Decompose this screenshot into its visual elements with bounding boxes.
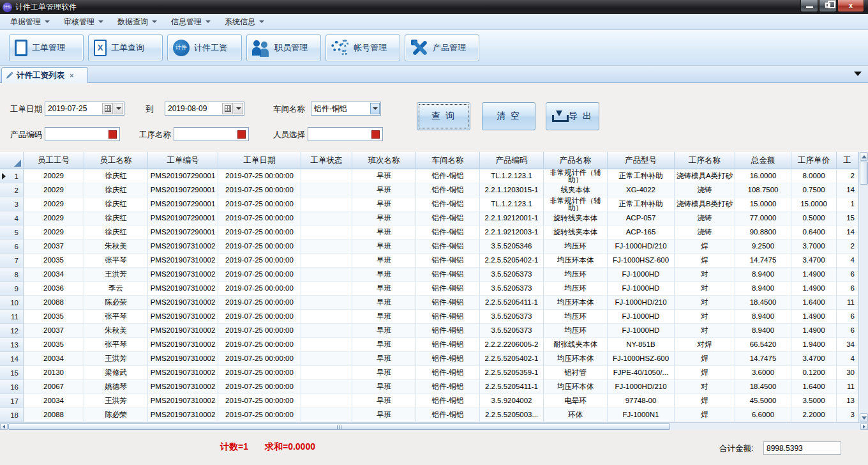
table-cell[interactable]: 焊	[675, 352, 735, 366]
row-number-cell[interactable]: 1	[0, 169, 24, 183]
row-number-cell[interactable]: 14	[0, 352, 24, 366]
table-cell[interactable]: 2	[837, 240, 858, 254]
table-cell[interactable]: 早班	[352, 268, 416, 282]
table-cell[interactable]: FJ-1000HD	[608, 282, 675, 296]
table-cell[interactable]: 季云	[84, 282, 148, 296]
column-header[interactable]: 工单状态	[301, 152, 352, 169]
table-cell[interactable]: 1	[837, 197, 858, 211]
table-cell[interactable]: 3.6000	[735, 366, 791, 380]
column-header[interactable]: 工	[837, 152, 858, 169]
menu-item-info[interactable]: 信息管理	[166, 15, 216, 29]
table-cell[interactable]: 早班	[352, 394, 416, 408]
table-cell[interactable]: 11	[837, 380, 858, 394]
table-cell[interactable]: 20037	[24, 240, 84, 254]
table-cell[interactable]: 3	[837, 408, 858, 422]
order-date-to-field[interactable]: 2019-08-09	[165, 102, 244, 116]
table-cell[interactable]: 108.7500	[735, 183, 791, 197]
row-number-cell[interactable]: 5	[0, 225, 24, 240]
table-cell[interactable]: 2019-07-25 00:00:00	[218, 225, 301, 240]
table-cell[interactable]: 铝件-铜铝	[416, 408, 480, 422]
table-cell[interactable]: 20088	[24, 408, 84, 422]
row-number-cell[interactable]: 9	[0, 282, 24, 296]
tab-list-dropdown-icon[interactable]	[854, 72, 862, 76]
table-cell[interactable]: 3.4700	[791, 352, 837, 366]
table-cell[interactable]: 朱秋美	[84, 240, 148, 254]
table-cell[interactable]: 早班	[352, 211, 416, 225]
table-cell[interactable]: 陈必荣	[84, 408, 148, 422]
table-cell[interactable]: 6.6000	[735, 408, 791, 422]
workshop-combobox[interactable]: 铝件-铜铝	[311, 102, 381, 116]
table-cell[interactable]: 34	[837, 338, 858, 352]
table-cell[interactable]: PMS201907310002	[148, 240, 218, 254]
table-cell[interactable]: 浇铸	[675, 225, 735, 240]
piecework-wage-button[interactable]: 计件 计件工资	[167, 34, 242, 61]
table-cell[interactable]: 20029	[24, 225, 84, 240]
table-cell[interactable]: 1.4900	[791, 268, 837, 282]
table-cell[interactable]: 16.0000	[735, 169, 791, 183]
table-cell[interactable]: 对	[675, 310, 735, 324]
table-cell[interactable]: 20029	[24, 211, 84, 225]
table-cell[interactable]: 20035	[24, 310, 84, 324]
table-cell[interactable]: 0.6400	[791, 225, 837, 240]
table-cell[interactable]: 3.7000	[791, 240, 837, 254]
table-cell[interactable]: 2019-07-25 00:00:00	[218, 394, 301, 408]
table-cell[interactable]: 徐庆红	[84, 211, 148, 225]
table-cell[interactable]: 梁修武	[84, 366, 148, 380]
table-cell[interactable]: 均压环本体	[544, 254, 608, 268]
table-cell[interactable]: 2019-07-25 00:00:00	[218, 408, 301, 422]
table-cell[interactable]: 0.7500	[791, 183, 837, 197]
table-cell[interactable]: 铝件-铜铝	[416, 352, 480, 366]
table-cell[interactable]: 均压环	[544, 268, 608, 282]
staff-manage-button[interactable]: 职员管理	[246, 34, 321, 61]
table-cell[interactable]	[301, 197, 352, 211]
table-cell[interactable]: 王洪芳	[84, 394, 148, 408]
table-cell[interactable]: PMS201907310002	[148, 366, 218, 380]
menu-item-data-query[interactable]: 数据查询	[112, 15, 162, 29]
tab-close-icon[interactable]: ×	[70, 72, 73, 79]
table-cell[interactable]: 20035	[24, 254, 84, 268]
table-cell[interactable]: 焊	[675, 254, 735, 268]
table-cell[interactable]: 8.9400	[735, 268, 791, 282]
table-cell[interactable]: PMS201907290001	[148, 197, 218, 211]
table-cell[interactable]: 14.7475	[735, 352, 791, 366]
table-cell[interactable]: 2.2000	[791, 408, 837, 422]
table-cell[interactable]: 14	[837, 225, 858, 240]
table-cell[interactable]: 铝件-铜铝	[416, 211, 480, 225]
table-cell[interactable]: 14	[837, 183, 858, 197]
column-header[interactable]: 工序名称	[675, 152, 735, 169]
table-cell[interactable]: FJ-1000HD/210	[608, 240, 675, 254]
table-row[interactable]: 820034王洪芳PMS2019073100022019-07-25 00:00…	[0, 268, 868, 282]
row-number-cell[interactable]: 12	[0, 324, 24, 338]
table-cell[interactable]: 王洪芳	[84, 268, 148, 282]
table-cell[interactable]: 18.4500	[735, 296, 791, 310]
account-manage-button[interactable]: 帐号管理	[326, 34, 400, 61]
table-cell[interactable]: 张平琴	[84, 310, 148, 324]
table-cell[interactable]: 铝件-铜铝	[416, 324, 480, 338]
table-cell[interactable]: 王洪芳	[84, 352, 148, 366]
table-cell[interactable]: 早班	[352, 296, 416, 310]
person-select-field[interactable]	[308, 127, 383, 141]
table-cell[interactable]: 均压环本体	[544, 352, 608, 366]
table-row[interactable]: 420029徐庆红PMS2019072900012019-07-25 00:00…	[0, 211, 868, 225]
row-number-cell[interactable]: 15	[0, 366, 24, 380]
table-row[interactable]: 1120035张平琴PMS2019073100022019-07-25 00:0…	[0, 310, 868, 324]
table-cell[interactable]: 20035	[24, 338, 84, 352]
table-cell[interactable]: 2019-07-25 00:00:00	[218, 240, 301, 254]
table-cell[interactable]	[301, 254, 352, 268]
product-manage-button[interactable]: 产品管理	[405, 34, 479, 61]
table-cell[interactable]: 铝件-铜铝	[416, 225, 480, 240]
table-cell[interactable]	[301, 183, 352, 197]
order-date-from-field[interactable]: 2019-07-25	[45, 102, 124, 116]
table-cell[interactable]: 铝衬管	[544, 366, 608, 380]
table-cell[interactable]	[301, 296, 352, 310]
table-row[interactable]: 220029徐庆红PMS2019072900012019-07-25 00:00…	[0, 183, 868, 197]
table-cell[interactable]: 18.4500	[735, 380, 791, 394]
table-cell[interactable]: 8.9400	[735, 282, 791, 296]
table-cell[interactable]: 焊	[675, 240, 735, 254]
work-order-manage-button[interactable]: 工单管理	[9, 34, 84, 61]
table-row[interactable]: 1420034王洪芳PMS2019073100022019-07-25 00:0…	[0, 352, 868, 366]
table-cell[interactable]: 3.5.9204002	[480, 394, 544, 408]
table-row[interactable]: 1820088陈必荣PMS2019073100022019-07-25 00:0…	[0, 408, 868, 422]
column-header[interactable]: 工单编号	[148, 152, 218, 169]
table-cell[interactable]: 20130	[24, 366, 84, 380]
